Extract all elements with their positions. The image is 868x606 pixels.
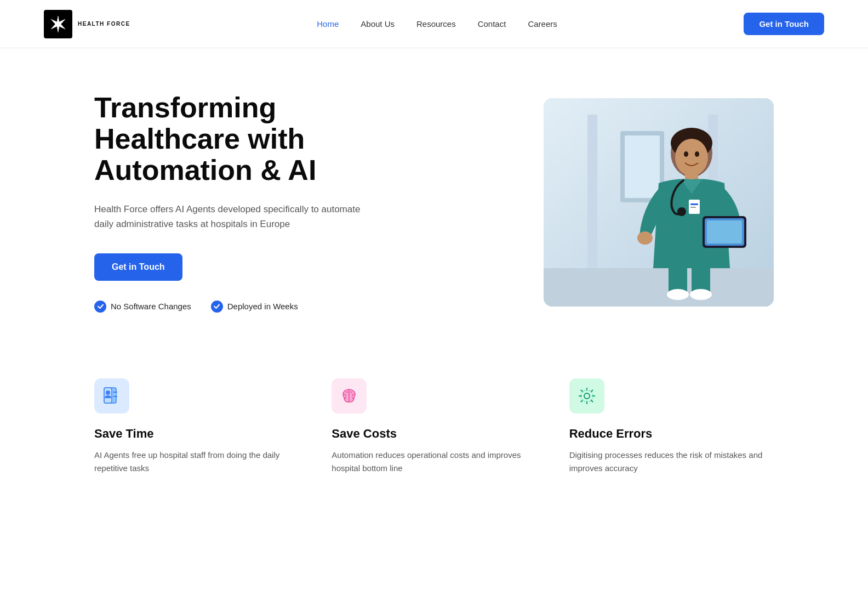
badge-no-software-label: No Software Changes xyxy=(111,302,191,311)
svg-point-25 xyxy=(667,289,689,300)
hero-subtitle: Health Force offers AI Agents developed … xyxy=(94,202,379,231)
svg-rect-30 xyxy=(113,392,117,393)
svg-point-10 xyxy=(675,139,708,176)
hero-title: Transforming Healthcare with Automation … xyxy=(94,92,379,186)
hero-badges: No Software Changes Deployed in Weeks xyxy=(94,301,379,313)
check-icon-2 xyxy=(211,301,223,313)
feature-save-time-desc: AI Agents free up hospital staff from do… xyxy=(94,449,299,475)
svg-rect-7 xyxy=(625,135,660,198)
svg-rect-3 xyxy=(587,115,597,290)
features-section: Save Time AI Agents free up hospital sta… xyxy=(0,346,868,519)
svg-rect-32 xyxy=(113,396,117,397)
svg-point-29 xyxy=(106,390,110,395)
nav-resources[interactable]: Resources xyxy=(416,19,456,29)
badge-no-software: No Software Changes xyxy=(94,301,191,313)
svg-point-36 xyxy=(584,393,590,399)
svg-rect-31 xyxy=(113,394,116,395)
features-grid: Save Time AI Agents free up hospital sta… xyxy=(94,378,774,475)
svg-rect-33 xyxy=(113,398,116,399)
nav-links: Home About Us Resources Contact Careers xyxy=(317,19,557,29)
navigation: HEALTH FORCE Home About Us Resources Con… xyxy=(0,0,868,48)
feature-reduce-errors-title: Reduce Errors xyxy=(569,427,774,441)
svg-point-34 xyxy=(346,391,348,393)
feature-icon-brain xyxy=(332,378,367,414)
svg-point-11 xyxy=(684,151,688,157)
svg-point-19 xyxy=(677,207,686,216)
hero-image xyxy=(544,98,774,307)
badge-deployed: Deployed in Weeks xyxy=(211,301,298,313)
svg-point-26 xyxy=(690,289,712,300)
feature-reduce-errors-desc: Digitising processes reduces the risk of… xyxy=(569,449,774,475)
feature-save-time: Save Time AI Agents free up hospital sta… xyxy=(94,378,299,475)
feature-save-time-title: Save Time xyxy=(94,427,299,441)
feature-save-costs: Save Costs Automation reduces operationa… xyxy=(332,378,536,475)
svg-point-14 xyxy=(637,231,653,245)
hero-section: Transforming Healthcare with Automation … xyxy=(0,48,868,346)
svg-point-12 xyxy=(695,151,699,157)
logo-icon xyxy=(44,10,72,38)
svg-marker-0 xyxy=(51,16,65,32)
nav-home[interactable]: Home xyxy=(317,19,339,29)
svg-point-35 xyxy=(350,391,352,393)
feature-icon-gear xyxy=(569,378,604,414)
hero-cta-button[interactable]: Get in Touch xyxy=(94,253,182,281)
svg-rect-5 xyxy=(544,268,774,307)
logo-text: HEALTH FORCE xyxy=(78,21,130,27)
hero-content: Transforming Healthcare with Automation … xyxy=(94,92,379,313)
feature-reduce-errors: Reduce Errors Digitising processes reduc… xyxy=(569,378,774,475)
nav-contact[interactable]: Contact xyxy=(478,19,506,29)
svg-rect-18 xyxy=(707,220,742,243)
svg-rect-22 xyxy=(690,207,696,208)
feature-icon-document xyxy=(94,378,129,414)
badge-deployed-label: Deployed in Weeks xyxy=(227,302,298,311)
nav-careers[interactable]: Careers xyxy=(528,19,557,29)
svg-rect-21 xyxy=(690,203,698,205)
check-icon-1 xyxy=(94,301,106,313)
feature-save-costs-title: Save Costs xyxy=(332,427,536,441)
feature-save-costs-desc: Automation reduces operational costs and… xyxy=(332,449,536,475)
nav-cta-button[interactable]: Get in Touch xyxy=(744,13,824,35)
logo[interactable]: HEALTH FORCE xyxy=(44,10,130,38)
nav-about[interactable]: About Us xyxy=(361,19,395,29)
